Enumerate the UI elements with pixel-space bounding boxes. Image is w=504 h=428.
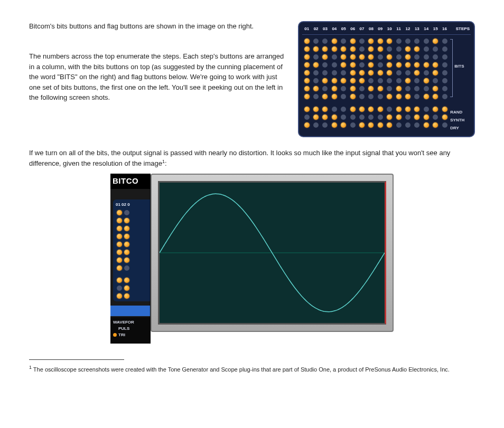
bit-button[interactable]: [339, 46, 348, 52]
flag-button[interactable]: [394, 122, 403, 128]
bit-button[interactable]: [376, 93, 385, 100]
flag-button[interactable]: [367, 114, 376, 120]
flag-button[interactable]: [357, 114, 366, 120]
bit-button[interactable]: [321, 70, 330, 76]
bit-button[interactable]: [311, 62, 320, 68]
bit-button[interactable]: [357, 54, 366, 60]
bit-button[interactable]: [321, 46, 330, 52]
bit-button[interactable]: [376, 70, 385, 76]
bit-button[interactable]: [440, 78, 449, 84]
bit-button[interactable]: [440, 54, 449, 60]
flag-button[interactable]: [311, 114, 320, 120]
bit-button[interactable]: [339, 93, 348, 100]
bit-button[interactable]: [376, 46, 385, 52]
bit-button[interactable]: [123, 257, 130, 263]
flag-button[interactable]: [116, 277, 123, 283]
flag-button[interactable]: [311, 122, 320, 128]
bit-button[interactable]: [422, 46, 431, 52]
bit-button[interactable]: [367, 62, 376, 68]
flag-button[interactable]: [440, 122, 449, 128]
bit-button[interactable]: [339, 38, 348, 44]
bit-button[interactable]: [330, 85, 339, 92]
bit-button[interactable]: [403, 78, 412, 84]
bit-button[interactable]: [339, 78, 348, 84]
bit-button[interactable]: [123, 265, 130, 271]
bit-button[interactable]: [116, 265, 123, 271]
flag-button[interactable]: [403, 122, 412, 128]
flag-button[interactable]: [413, 106, 422, 112]
bit-button[interactable]: [385, 85, 394, 92]
bit-button[interactable]: [394, 46, 403, 52]
flag-button[interactable]: [321, 106, 330, 112]
bit-button[interactable]: [311, 85, 320, 92]
bit-button[interactable]: [348, 46, 357, 52]
bit-button[interactable]: [431, 70, 440, 76]
flag-button[interactable]: [376, 106, 385, 112]
flag-button[interactable]: [339, 122, 348, 128]
bit-button[interactable]: [403, 70, 412, 76]
flag-button[interactable]: [116, 285, 123, 291]
flag-button[interactable]: [422, 106, 431, 112]
bit-button[interactable]: [357, 38, 366, 44]
flag-button[interactable]: [431, 114, 440, 120]
flag-button[interactable]: [367, 106, 376, 112]
bit-button[interactable]: [367, 93, 376, 100]
bit-button[interactable]: [116, 210, 123, 216]
bit-button[interactable]: [348, 78, 357, 84]
bit-button[interactable]: [367, 54, 376, 60]
flag-button[interactable]: [403, 106, 412, 112]
flag-button[interactable]: [413, 114, 422, 120]
flag-button[interactable]: [311, 106, 320, 112]
bit-button[interactable]: [440, 93, 449, 100]
bit-button[interactable]: [348, 70, 357, 76]
bit-button[interactable]: [385, 93, 394, 100]
bit-button[interactable]: [123, 233, 130, 240]
flag-button[interactable]: [123, 277, 130, 283]
flag-button[interactable]: [348, 114, 357, 120]
bit-button[interactable]: [394, 62, 403, 68]
bit-button[interactable]: [413, 85, 422, 92]
flag-button[interactable]: [440, 114, 449, 120]
bit-button[interactable]: [385, 46, 394, 52]
bit-button[interactable]: [116, 233, 123, 240]
bit-button[interactable]: [116, 241, 123, 248]
bit-button[interactable]: [330, 38, 339, 44]
flag-button[interactable]: [302, 106, 311, 112]
bit-button[interactable]: [330, 54, 339, 60]
bit-button[interactable]: [311, 70, 320, 76]
flag-button[interactable]: [376, 114, 385, 120]
flag-button[interactable]: [394, 106, 403, 112]
bit-button[interactable]: [431, 62, 440, 68]
bit-button[interactable]: [422, 85, 431, 92]
bit-button[interactable]: [403, 85, 412, 92]
flag-button[interactable]: [431, 122, 440, 128]
flag-button[interactable]: [422, 114, 431, 120]
bit-button[interactable]: [311, 78, 320, 84]
bit-button[interactable]: [440, 70, 449, 76]
bit-button[interactable]: [394, 85, 403, 92]
bit-button[interactable]: [431, 85, 440, 92]
bit-button[interactable]: [302, 93, 311, 100]
bit-button[interactable]: [376, 38, 385, 44]
bit-button[interactable]: [403, 54, 412, 60]
bit-button[interactable]: [440, 85, 449, 92]
bit-button[interactable]: [321, 54, 330, 60]
bit-button[interactable]: [431, 46, 440, 52]
bit-button[interactable]: [440, 38, 449, 44]
flag-button[interactable]: [339, 114, 348, 120]
bit-button[interactable]: [357, 78, 366, 84]
bit-button[interactable]: [330, 78, 339, 84]
bit-button[interactable]: [123, 249, 130, 255]
bit-button[interactable]: [302, 70, 311, 76]
flag-button[interactable]: [385, 106, 394, 112]
bit-button[interactable]: [348, 38, 357, 44]
bit-button[interactable]: [116, 257, 123, 263]
bit-button[interactable]: [302, 54, 311, 60]
bit-button[interactable]: [367, 70, 376, 76]
bit-button[interactable]: [403, 38, 412, 44]
flag-button[interactable]: [348, 106, 357, 112]
flag-button[interactable]: [339, 106, 348, 112]
flag-button[interactable]: [330, 122, 339, 128]
bit-button[interactable]: [385, 78, 394, 84]
bit-button[interactable]: [339, 85, 348, 92]
